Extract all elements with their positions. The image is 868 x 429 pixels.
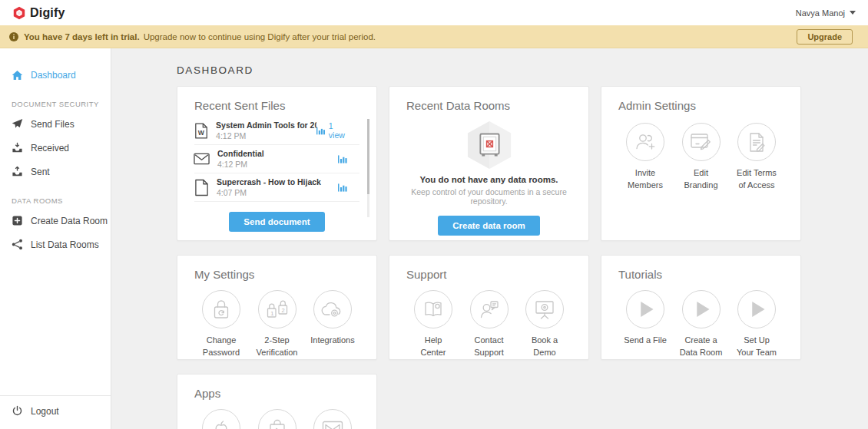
trial-banner-bold-text: You have 7 days left in trial. [24,32,140,41]
trial-banner-text: Upgrade now to continue using Digify aft… [144,32,376,41]
shortcut-label: Set Up Your Team [731,335,783,359]
user-name: Navya Manoj [796,8,845,18]
file-stats-link[interactable]: 1 view [316,121,359,140]
shortcut-label: Change Password [195,335,247,359]
google-play-app-link[interactable] [251,409,303,429]
digify-logo-icon [12,6,26,20]
tutorial-create-a-data-room[interactable]: Create a Data Room [675,290,727,359]
sidebar-item-send-files[interactable]: Send Files [0,112,111,136]
shortcut-label: Invite Members [619,167,671,192]
list-scrollbar[interactable] [367,119,369,217]
tutorial-send-a-file[interactable]: Send a File [619,290,671,359]
sidebar-item-label: List Data Rooms [31,239,99,250]
file-name: Confidential [217,149,264,158]
apple-app-link[interactable] [195,409,247,429]
page-body: Dashboard DOCUMENT SECURITY Send Files R… [0,48,868,429]
gmail-app-link[interactable] [306,409,359,429]
integrations-shortcut[interactable]: Integrations [306,290,359,359]
card-title: Admin Settings [618,99,784,112]
card-title: Support [406,268,571,281]
tutorial-set-up-your-team[interactable]: Set Up Your Team [731,290,783,359]
file-stats-link[interactable] [338,183,359,192]
change-password-icon [212,299,230,320]
scrollbar-thumb[interactable] [367,119,369,194]
upgrade-button[interactable]: Upgrade [797,29,853,45]
edit-terms-shortcut[interactable]: Edit Terms of Access [731,123,783,192]
file-name: System Admin Tools for 2020.do... [216,120,316,130]
card-title: Recent Data Rooms [406,99,571,112]
admin-settings-card: Admin Settings Invite [601,86,801,241]
invite-members-icon [634,132,657,152]
shortcut-label: Send a File [619,335,671,347]
share-nodes-icon [12,239,23,250]
svg-text:1: 1 [270,309,273,316]
create-data-room-button[interactable]: Create data room [438,216,540,236]
view-count: 1 view [329,121,350,140]
shortcut-label: Help Center [407,335,459,359]
card-title: Tutorials [618,268,784,281]
invite-members-shortcut[interactable]: Invite Members [619,123,671,192]
info-icon [9,32,18,41]
contact-support-shortcut[interactable]: Contact Support [463,290,515,359]
edit-terms-icon [747,132,767,153]
shortcut-label: Edit Branding [675,167,727,192]
sidebar: Dashboard DOCUMENT SECURITY Send Files R… [0,48,111,429]
digify-logo[interactable]: Digify [12,6,65,20]
integrations-icon [321,301,344,318]
sidebar-item-logout[interactable]: Logout [0,399,111,423]
sidebar-item-received[interactable]: Received [0,136,111,160]
help-center-icon [422,300,445,318]
file-row[interactable]: Confidential 4:12 PM [194,145,359,173]
file-name: Supercrash - How to Hijack the ... [217,177,323,186]
send-document-button[interactable]: Send document [229,212,324,232]
apps-card: Apps [177,374,377,429]
top-header: Digify Navya Manoj [0,0,868,25]
my-settings-card: My Settings Change Pas [177,255,377,360]
plus-square-icon [12,215,23,226]
sidebar-item-sent[interactable]: Sent [0,160,111,183]
dashboard-grid: Recent Sent Files W System Admin Tools f… [177,86,868,429]
sidebar-item-label: Create Data Room [31,216,108,226]
svg-text:W: W [198,129,205,137]
shortcut-label: Contact Support [463,335,515,359]
logout-section: Logout [0,395,111,429]
sidebar-item-list-data-rooms[interactable]: List Data Rooms [0,233,111,256]
play-icon [738,290,775,328]
bar-chart-icon [338,155,347,163]
edit-branding-icon [690,133,713,152]
card-title: Recent Sent Files [194,99,359,112]
file-row[interactable]: Supercrash - How to Hijack the ... 4:07 … [194,173,359,202]
two-step-verification-shortcut[interactable]: 1 2 2-Step Verification [251,290,303,359]
file-row[interactable]: W System Admin Tools for 2020.do... 4:12… [194,117,359,145]
shortcut-label: Create a Data Room [675,335,727,359]
two-step-verification-icon: 1 2 [266,300,289,319]
vault-icon [467,121,512,169]
file-stats-link[interactable] [338,155,359,163]
sidebar-item-label: Send Files [31,119,75,130]
sidebar-item-label: Received [31,143,69,153]
empty-state-subtitle: Keep control of your documents in a secu… [406,187,571,206]
user-menu[interactable]: Navya Manoj [796,8,856,18]
edit-branding-shortcut[interactable]: Edit Branding [675,123,727,192]
recent-data-rooms-card: Recent Data Rooms You do not have any da… [389,86,589,241]
shortcut-label: Book a Demo [518,335,571,359]
main-content: DASHBOARD Recent Sent Files W [111,48,868,429]
sidebar-item-create-data-room[interactable]: Create Data Room [0,209,111,233]
card-title: My Settings [194,268,359,281]
help-center-shortcut[interactable]: Help Center [407,290,459,359]
chevron-down-icon [850,11,856,15]
apple-icon [212,417,230,429]
play-icon [683,290,720,328]
inbox-down-icon [12,142,23,153]
recent-sent-files-card: Recent Sent Files W System Admin Tools f… [177,86,377,241]
book-demo-shortcut[interactable]: Book a Demo [518,290,571,359]
inbox-up-icon [12,166,23,177]
sidebar-item-dashboard[interactable]: Dashboard [0,64,111,87]
bar-chart-icon [316,127,325,135]
file-list: W System Admin Tools for 2020.do... 4:12… [194,117,359,202]
file-time: 4:07 PM [217,188,323,197]
sidebar-item-label: Logout [31,406,59,417]
home-icon [12,70,23,81]
google-play-icon [268,418,287,429]
change-password-shortcut[interactable]: Change Password [195,290,247,359]
